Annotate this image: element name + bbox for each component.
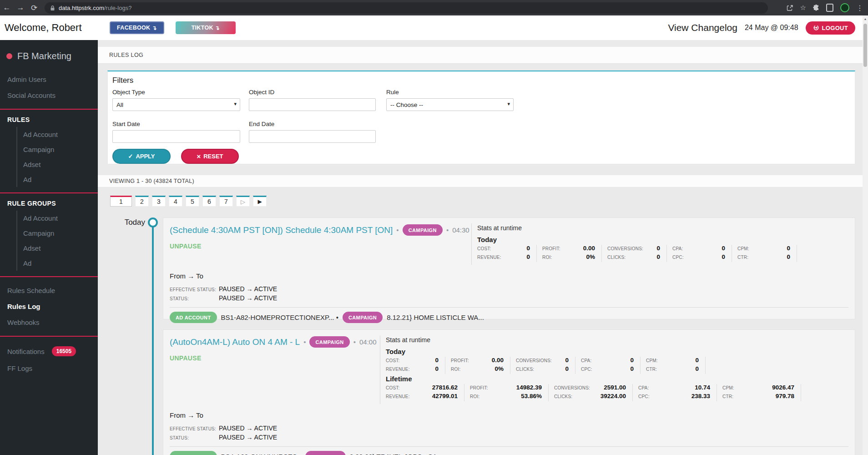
sidebar-item-ad-account[interactable]: Ad Account [17, 211, 98, 226]
stats-metric-row: CTR:0 [646, 365, 699, 373]
page-2-button[interactable]: 2 [135, 196, 149, 207]
facebook-button[interactable]: FACEBOOK ↴ [110, 21, 164, 34]
stats-metric-label: CLICKS: [607, 255, 626, 260]
object-type-field: Object Type All ▾ [112, 89, 240, 111]
sidebar-item-label: Ad Account [23, 131, 58, 138]
scrollbar-thumb[interactable] [863, 24, 867, 67]
back-icon[interactable]: ← [0, 3, 14, 12]
reset-button[interactable]: ×RESET [181, 149, 239, 164]
share-icon[interactable] [787, 5, 793, 11]
sidebar-section: RULE GROUPSAd AccountCampaignAdsetAd [0, 199, 98, 271]
browser-chrome: ← → ⟳ data.httpstrk.com/rule-logs? ☆ ⋮ [0, 0, 868, 15]
stats-cell: PROFIT:0.00ROI:0% [445, 357, 510, 374]
stats-metric-value: 0 [435, 365, 439, 372]
stats-metric-label: REVENUE: [386, 394, 410, 399]
end-date-input[interactable] [249, 130, 376, 143]
page-scrollbar[interactable]: ▲ [863, 15, 868, 455]
stats-metric-row: CPA:0 [672, 245, 725, 253]
page-1-button[interactable]: 1 [110, 196, 132, 207]
entry-rule-title[interactable]: (Schedule 4:30AM PST [ON]) Schedule 4:30… [170, 225, 393, 235]
reset-label: RESET [203, 153, 223, 160]
chrome-menu-icon[interactable]: ⋮ [856, 4, 863, 12]
extensions-puzzle-icon[interactable] [813, 5, 819, 11]
entry-rule-title[interactable]: (AutoOn4AM-L) Auto ON 4 AM - L [170, 337, 300, 347]
sidebar-item-rules-log[interactable]: Rules Log [0, 298, 98, 314]
entry-stats-panel: Stats at runtimeTodayCOST:0REVENUE:0PROF… [471, 223, 797, 265]
stats-metric-value: 0% [586, 253, 595, 260]
sidebar-item-campaign[interactable]: Campaign [17, 142, 98, 157]
status-value: PAUSED → ACTIVE [219, 425, 277, 432]
sidebar-item-rules-schedule[interactable]: Rules Schedule [0, 283, 98, 298]
object-type-select[interactable]: All [112, 98, 240, 111]
reload-icon[interactable]: ⟳ [27, 3, 41, 13]
tiktok-button[interactable]: TIKTOK ↴ [176, 21, 236, 34]
view-changelog-link[interactable]: View Changelog [668, 22, 737, 33]
header-datetime: 24 May @ 09:48 [745, 24, 798, 32]
page-3-button[interactable]: 3 [152, 196, 166, 207]
page-7-button[interactable]: 7 [219, 196, 233, 207]
sidebar-item-social-accounts[interactable]: Social Accounts [0, 87, 98, 103]
logout-button[interactable]: LOGOUT [806, 21, 855, 35]
sidebar-section: Rules ScheduleRules LogWebhooks [0, 283, 98, 330]
rule-log-entry-card: (AutoOn4AM-L) Auto ON 4 AM - L•CAMPAIGN•… [163, 329, 855, 455]
browser-profile-avatar[interactable] [840, 3, 849, 12]
entry-footer: AD ACCOUNTBS4-A08-ONLYNURSES •CAMPAIGN2.… [170, 447, 848, 455]
stats-cell: COST:0REVENUE:0 [477, 245, 537, 262]
stats-metric-value: 0% [495, 365, 504, 372]
status-change-row: EFFECTIVE STATUS:PAUSED → ACTIVE [170, 285, 848, 293]
stats-period-label: Lifetime [386, 375, 801, 383]
stats-metric-row: CPM:0 [737, 245, 790, 253]
next-page-button[interactable]: ▷ [236, 196, 250, 207]
sidebar: FB Marketing Admin UsersSocial AccountsR… [0, 40, 98, 455]
sidebar-item-campaign[interactable]: Campaign [17, 226, 98, 241]
entry-top-row: (Schedule 4:30AM PST [ON]) Schedule 4:30… [170, 223, 848, 265]
url-bar[interactable]: data.httpstrk.com/rule-logs? [45, 2, 768, 14]
rule-field: Rule -- Choose -- ▾ [386, 89, 514, 111]
sidebar-item-ad-account[interactable]: Ad Account [17, 127, 98, 142]
page-6-button[interactable]: 6 [202, 196, 216, 207]
entry-footer-text: BS1-A82-HOMEPROTECTIONEXP... • [221, 313, 338, 321]
apply-button[interactable]: ✓APPLY [112, 149, 171, 164]
stats-metric-value: 0 [435, 357, 439, 364]
forward-icon[interactable]: → [14, 3, 27, 12]
check-icon: ✓ [128, 153, 133, 160]
object-id-input[interactable] [249, 98, 376, 111]
page-4-button[interactable]: 4 [169, 196, 182, 207]
from-to-heading: From → To [170, 272, 848, 280]
sidebar-item-notifications[interactable]: Notifications16505 [0, 342, 98, 360]
last-page-button[interactable]: ▶ [253, 196, 267, 207]
browser-tab-icon[interactable] [826, 4, 833, 12]
page-5-button[interactable]: 5 [186, 196, 199, 207]
timeline-marker-icon [148, 217, 158, 228]
bookmark-star-icon[interactable]: ☆ [800, 4, 806, 12]
stats-metric-row: ROI:0% [542, 253, 595, 261]
sidebar-item-ff-logs[interactable]: FF Logs [0, 360, 98, 376]
rule-select[interactable]: -- Choose -- [386, 98, 514, 111]
sidebar-item-adset[interactable]: Adset [17, 241, 98, 256]
timeline-today-label: Today [107, 218, 145, 227]
apply-label: APPLY [136, 153, 155, 160]
start-date-input[interactable] [112, 130, 240, 143]
url-path: /rule-logs? [104, 5, 132, 11]
stats-metric-row: CONVERSIONS:2591.00 [554, 384, 626, 392]
scrollbar-up-arrow-icon[interactable]: ▲ [863, 15, 868, 22]
sidebar-group: Ad AccountCampaignAdsetAd [16, 127, 98, 187]
end-date-field: End Date [249, 121, 376, 143]
sidebar-item-admin-users[interactable]: Admin Users [0, 71, 98, 87]
stats-cell: PROFIT:0.00ROI:0% [537, 245, 602, 262]
sidebar-section: RULESAd AccountCampaignAdsetAd [0, 115, 98, 187]
tiktok-button-label: TIKTOK [192, 25, 213, 31]
sidebar-item-webhooks[interactable]: Webhooks [0, 314, 98, 330]
sidebar-item-label: FF Logs [7, 364, 32, 372]
logout-icon [813, 25, 819, 31]
sidebar-item-adset[interactable]: Adset [17, 157, 98, 172]
sidebar-group: Ad AccountCampaignAdsetAd [16, 211, 98, 271]
stats-metric-row: CPC:238.33 [638, 393, 710, 400]
stats-metric-value: 2591.00 [604, 384, 626, 391]
entry-footer: AD ACCOUNTBS1-A82-HOMEPROTECTIONEXP... •… [170, 308, 848, 323]
sidebar-item-ad[interactable]: Ad [17, 256, 98, 271]
rule-log-entry-card: (Schedule 4:30AM PST [ON]) Schedule 4:30… [163, 217, 855, 319]
sidebar-section: Admin UsersSocial Accounts [0, 71, 98, 103]
stats-metric-value: 979.78 [776, 393, 794, 399]
sidebar-item-ad[interactable]: Ad [17, 172, 98, 187]
